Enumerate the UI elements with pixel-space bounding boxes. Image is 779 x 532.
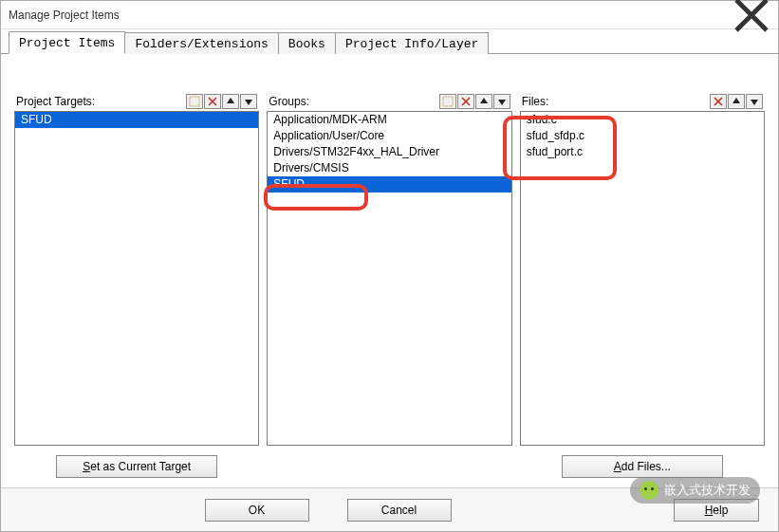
groups-listbox[interactable]: Application/MDK-ARM Application/User/Cor… [267, 111, 511, 446]
targets-column: Project Targets: SFUD Set as Current Tar… [14, 92, 259, 478]
titlebar: Manage Project Items [1, 1, 778, 29]
targets-delete-button[interactable] [204, 94, 221, 109]
targets-new-button[interactable] [186, 94, 203, 109]
tab-project-info-layer[interactable]: Project Info/Layer [335, 32, 489, 54]
cancel-button[interactable]: Cancel [347, 499, 452, 522]
group-item[interactable]: SFUD [268, 176, 510, 193]
group-item[interactable]: Application/User/Core [268, 128, 510, 144]
tabstrip: Project Items Folders/Extensions Books P… [1, 29, 778, 54]
groups-label: Groups: [269, 95, 309, 108]
groups-moveup-button[interactable] [475, 94, 492, 109]
tab-project-items[interactable]: Project Items [9, 31, 125, 54]
window-title: Manage Project Items [9, 9, 120, 22]
groups-movedown-button[interactable] [493, 94, 510, 109]
files-delete-button[interactable] [710, 94, 727, 109]
group-item[interactable]: Drivers/CMSIS [268, 160, 510, 176]
files-toolbar [709, 94, 763, 109]
groups-toolbar [438, 94, 510, 109]
targets-listbox[interactable]: SFUD [14, 111, 259, 446]
targets-toolbar [185, 94, 257, 109]
targets-label: Project Targets: [16, 95, 95, 108]
manage-project-items-dialog: Manage Project Items Project Items Folde… [0, 0, 779, 532]
groups-column: Groups: Application/MDK-ARM Application/… [267, 92, 511, 478]
file-item[interactable]: sfud_port.c [521, 144, 764, 160]
files-listbox[interactable]: sfud.c sfud_sfdp.c sfud_port.c [520, 111, 765, 446]
groups-new-button[interactable] [439, 94, 456, 109]
group-item[interactable]: Application/MDK-ARM [268, 112, 510, 128]
files-moveup-button[interactable] [728, 94, 745, 109]
tab-folders-extensions[interactable]: Folders/Extensions [124, 32, 278, 54]
watermark: 嵌入式技术开发 [630, 477, 760, 504]
targets-movedown-button[interactable] [240, 94, 257, 109]
files-column: Files: sfud.c sfud_sfdp.c sfud_port.c Ad… [520, 92, 765, 478]
group-item[interactable]: Drivers/STM32F4xx_HAL_Driver [268, 144, 510, 160]
wechat-icon [640, 481, 658, 500]
svg-rect-0 [190, 97, 199, 106]
tab-books[interactable]: Books [278, 32, 336, 54]
add-files-button[interactable]: Add Files... [562, 455, 723, 478]
file-item[interactable]: sfud.c [521, 112, 764, 128]
targets-moveup-button[interactable] [222, 94, 239, 109]
files-movedown-button[interactable] [746, 94, 763, 109]
content-area: Project Targets: SFUD Set as Current Tar… [1, 54, 778, 487]
watermark-text: 嵌入式技术开发 [664, 482, 751, 499]
file-item[interactable]: sfud_sfdp.c [521, 128, 764, 144]
files-label: Files: [522, 95, 549, 108]
target-item[interactable]: SFUD [15, 112, 258, 128]
svg-rect-1 [443, 97, 453, 106]
set-as-current-target-button[interactable]: Set as Current Target [56, 455, 217, 478]
ok-button[interactable]: OK [205, 499, 309, 522]
groups-delete-button[interactable] [457, 94, 474, 109]
close-button[interactable] [733, 2, 770, 28]
